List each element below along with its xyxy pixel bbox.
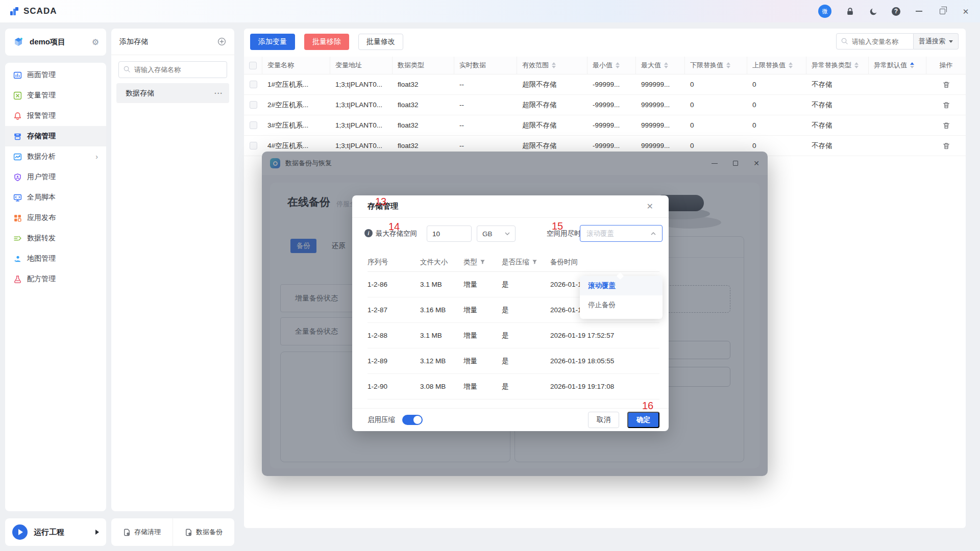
select-all-checkbox[interactable] (249, 62, 257, 69)
storage-footer-actions: 存储清理 数据备份 (111, 518, 234, 546)
sidebar-item-app-publish[interactable]: 应用发布 (5, 208, 106, 228)
sort-icon[interactable] (726, 62, 730, 68)
col-compressed[interactable]: 是否压缩 (502, 258, 550, 267)
space-exhausted-select[interactable]: 滚动覆盖 (580, 225, 663, 242)
confirm-button[interactable]: 确定 (627, 412, 659, 428)
search-icon (841, 37, 848, 45)
variable-toolbar: 添加变量 批量移除 批量修改 普通搜索 (244, 33, 966, 51)
window-minimize-button[interactable] (914, 6, 924, 16)
help-icon[interactable]: ? (892, 7, 900, 16)
window-restore-button[interactable] (937, 6, 947, 16)
row-checkbox[interactable] (250, 101, 257, 109)
run-expand-chevron-icon[interactable] (95, 530, 99, 535)
add-variable-button[interactable]: 添加变量 (250, 34, 295, 50)
sort-icon[interactable] (789, 62, 793, 68)
batch-remove-button[interactable]: 批量移除 (304, 34, 349, 50)
sidebar-item-alarm-manage[interactable]: 报警管理 (5, 106, 106, 126)
cell-type: 增量 (463, 280, 502, 289)
col-min[interactable]: 最小值 (587, 57, 636, 74)
col-backup-time: 备份时间 (550, 258, 659, 267)
col-abnormal-type[interactable]: 异常替换类型 (806, 57, 869, 74)
sidebar-item-variable-manage[interactable]: 变量管理 (5, 85, 106, 106)
col-abnormal-default[interactable]: 异常默认值 (869, 57, 926, 74)
filter-funnel-icon[interactable] (480, 259, 485, 265)
cell-realtime: -- (454, 95, 517, 115)
filter-funnel-icon[interactable] (532, 259, 537, 265)
sidebar-item-user-manage[interactable]: 用户管理 (5, 167, 106, 187)
col-dtype[interactable]: 数据类型 (393, 57, 454, 74)
variable-table-body: 1#空压机系... 1;3;t|PLANT0... float32 -- 超限不… (244, 74, 966, 156)
row-checkbox[interactable] (250, 121, 257, 129)
option-stop-backup[interactable]: 停止备份 (580, 295, 663, 315)
storage-manage-icon (13, 132, 22, 141)
cell-range: 超限不存储 (517, 115, 587, 136)
annotation-14: 14 (388, 221, 400, 233)
run-project-button[interactable]: 运行工程 (5, 518, 106, 546)
storage-list-item-data-storage[interactable]: 数据存储 ··· (116, 83, 229, 103)
batch-edit-button[interactable]: 批量修改 (358, 34, 403, 50)
sidebar-item-screen-manage[interactable]: 画面管理 (5, 65, 106, 85)
cell-compressed: 是 (502, 331, 550, 340)
col-type[interactable]: 类型 (463, 258, 502, 267)
dark-mode-moon-icon[interactable] (868, 6, 878, 16)
delete-trash-icon[interactable] (942, 101, 950, 109)
variable-manage-icon (13, 91, 22, 100)
sort-icon[interactable] (616, 62, 620, 68)
sort-icon[interactable] (552, 62, 556, 68)
table-row[interactable]: 1#空压机系... 1;3;t|PLANT0... float32 -- 超限不… (244, 74, 966, 95)
cell-upper: 0 (747, 74, 806, 95)
cell-max: 999999... (636, 115, 685, 136)
sidebar-item-storage-manage[interactable]: 存储管理 (5, 126, 106, 146)
sort-icon[interactable] (664, 62, 668, 68)
sidebar-item-global-script[interactable]: 全局脚本 (5, 187, 106, 208)
col-address[interactable]: 变量地址 (330, 57, 393, 74)
delete-trash-icon[interactable] (942, 142, 950, 150)
row-checkbox[interactable] (250, 142, 257, 149)
col-max[interactable]: 最大值 (636, 57, 685, 74)
mini-program-badge[interactable]: 微 (818, 5, 831, 18)
modal-close-icon[interactable]: ✕ (647, 202, 653, 211)
table-row[interactable]: 3#空压机系... 1;3;t|PLANT0... float32 -- 超限不… (244, 115, 966, 136)
sidebar-item-data-forward[interactable]: 数据转发 (5, 228, 106, 248)
more-options-icon[interactable]: ··· (214, 89, 223, 97)
sort-icon-active[interactable] (910, 62, 914, 68)
variable-table-header: 变量名称 变量地址 数据类型 实时数据 有效范围 最小值 最大值 下限替换值 上… (244, 57, 966, 74)
data-backup-button[interactable]: 数据备份 (173, 518, 234, 546)
backup-row[interactable]: 1-2-88 3.1 MB 增量 是 2026-01-19 17:52:57 (368, 323, 659, 348)
cancel-button[interactable]: 取消 (588, 412, 619, 428)
unit-select[interactable]: GB (477, 226, 516, 242)
lock-icon[interactable] (845, 6, 855, 16)
sidebar-item-map-manage[interactable]: 地图管理 (5, 248, 106, 269)
compress-toggle-on[interactable] (402, 415, 423, 425)
cell-filesize: 3.08 MB (420, 383, 463, 390)
backup-row[interactable]: 1-2-90 3.08 MB 增量 是 2026-01-19 19:17:08 (368, 374, 659, 399)
row-checkbox[interactable] (250, 81, 257, 88)
project-name: demo项目 (30, 37, 87, 47)
sort-icon[interactable] (854, 62, 859, 68)
add-storage-icon[interactable] (217, 37, 226, 46)
backup-row[interactable]: 1-2-89 3.12 MB 增量 是 2026-01-19 18:05:55 (368, 348, 659, 374)
sidebar-item-recipe-manage[interactable]: 配方管理 (5, 269, 106, 289)
sidebar-item-data-analysis[interactable]: 数据分析 › (5, 146, 106, 167)
storage-search-input[interactable] (118, 61, 227, 78)
delete-trash-icon[interactable] (942, 81, 950, 89)
col-range[interactable]: 有效范围 (517, 57, 587, 74)
option-rolling-overwrite[interactable]: 滚动覆盖 (580, 276, 663, 295)
storage-clean-button[interactable]: 存储清理 (111, 518, 173, 546)
col-name[interactable]: 变量名称 (262, 57, 330, 74)
search-mode-dropdown[interactable]: 普通搜索 (914, 33, 959, 49)
cell-address: 1;3;t|PLANT0... (330, 95, 393, 115)
modal-footer: 启用压缩 取消 确定 (352, 408, 669, 431)
project-settings-gear-icon[interactable]: ⚙ (92, 37, 99, 47)
max-space-input[interactable] (427, 226, 472, 242)
delete-trash-icon[interactable] (942, 121, 950, 130)
storage-panel-title: 添加存储 (119, 37, 148, 46)
window-close-button[interactable]: ✕ (961, 6, 971, 16)
col-lower[interactable]: 下限替换值 (685, 57, 747, 74)
col-realtime[interactable]: 实时数据 (454, 57, 517, 74)
app-publish-icon (13, 214, 22, 222)
storage-clean-icon (123, 529, 131, 536)
table-row[interactable]: 2#空压机系... 1;3;t|PLANT0... float32 -- 超限不… (244, 95, 966, 115)
cell-actions (926, 115, 966, 136)
col-upper[interactable]: 上限替换值 (747, 57, 806, 74)
